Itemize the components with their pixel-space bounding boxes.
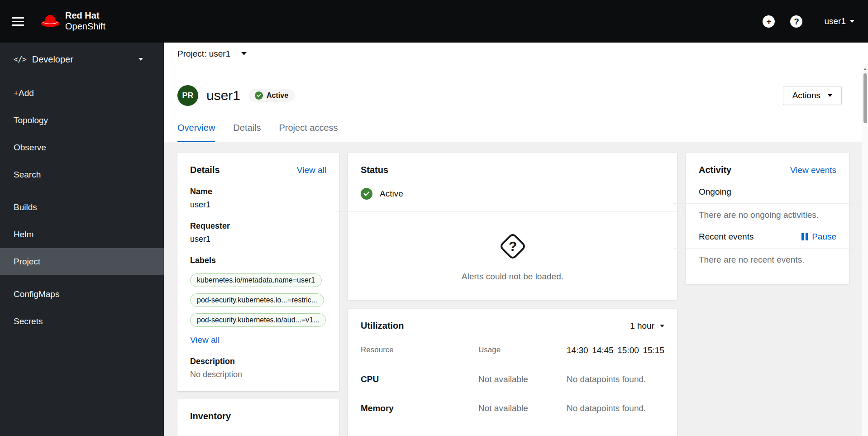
inventory-card: Inventory 0 Deployments <box>177 399 339 436</box>
time-axis: 14:30 14:45 15:00 15:15 <box>567 345 664 355</box>
vertical-scrollbar[interactable]: ▲ <box>862 65 868 436</box>
tab-project-access[interactable]: Project access <box>279 115 338 142</box>
usage-column-header: Usage <box>478 345 567 355</box>
labels-field: Labels kubernetes.io/metadata.name=user1… <box>190 256 326 345</box>
sidebar-item-secrets[interactable]: Secrets <box>0 308 164 335</box>
project-selector-label: Project: user1 <box>177 49 230 59</box>
divider <box>673 203 862 204</box>
tab-bar: Overview Details Project access <box>164 115 868 142</box>
perspective-switcher[interactable]: </> Developer <box>0 43 164 76</box>
brand-text: Red Hat OpenShift <box>65 10 105 32</box>
tab-overview[interactable]: Overview <box>177 115 215 142</box>
scrollbar-thumb[interactable] <box>863 73 867 123</box>
chevron-down-icon <box>138 58 143 61</box>
code-icon: </> <box>14 55 26 64</box>
project-badge: PR <box>177 85 198 106</box>
details-card: Details View all Name user1 Requester us… <box>177 153 339 391</box>
recent-events-section-header: Recent events Pause <box>699 232 836 242</box>
inventory-card-title: Inventory <box>190 411 231 421</box>
actions-button[interactable]: Actions <box>783 86 842 105</box>
chevron-down-icon <box>828 94 832 97</box>
add-icon[interactable]: + <box>763 15 775 28</box>
activity-card: Activity View events Ongoing There are n… <box>686 153 849 284</box>
project-selector[interactable]: Project: user1 <box>164 43 868 65</box>
duration-dropdown[interactable]: 1 hour <box>630 321 664 331</box>
brand-logo[interactable]: Red Hat OpenShift <box>41 10 105 32</box>
view-events-link[interactable]: View events <box>790 165 836 175</box>
chevron-down-icon <box>660 325 664 327</box>
sidebar-item-topology[interactable]: Topology <box>0 107 164 134</box>
activity-card-title: Activity <box>699 165 731 175</box>
sidebar-item-builds[interactable]: Builds <box>0 194 164 221</box>
alerts-section: ? Alerts could not be loaded. <box>348 212 677 300</box>
help-icon[interactable]: ? <box>790 15 802 28</box>
page-header: PR user1 Active Actions <box>164 65 868 106</box>
tab-details[interactable]: Details <box>233 115 261 142</box>
details-view-all-link[interactable]: View all <box>297 165 326 175</box>
pause-events-button[interactable]: Pause <box>801 232 836 242</box>
unknown-alert-icon: ? <box>498 232 526 260</box>
username: user1 <box>824 16 846 26</box>
project-status: Active <box>361 188 664 200</box>
sidebar-item-observe[interactable]: Observe <box>0 134 164 161</box>
hamburger-icon <box>12 17 24 26</box>
nav-toggle-button[interactable] <box>0 17 35 26</box>
utilization-card-title: Utilization <box>361 321 404 331</box>
labels-view-all-link[interactable]: View all <box>190 335 326 345</box>
label-chip[interactable]: pod-security.kubernetes.io...=restric... <box>190 293 324 307</box>
chevron-down-icon <box>241 52 247 55</box>
overview-dashboard: Details View all Name user1 Requester us… <box>164 142 868 436</box>
status-badge: Active <box>248 89 295 102</box>
sidebar-item-search[interactable]: Search <box>0 161 164 188</box>
scroll-up-arrow-icon[interactable]: ▲ <box>862 65 868 72</box>
sidebar-item-add[interactable]: +Add <box>0 80 164 107</box>
resource-column-header: Resource <box>361 345 478 355</box>
main-content: Project: user1 PR user1 Active Actions O… <box>164 43 868 436</box>
ongoing-section-header: Ongoing <box>699 187 836 197</box>
divider <box>673 248 862 249</box>
ongoing-empty-message: There are no ongoing activities. <box>699 210 836 220</box>
alerts-empty-message: Alerts could not be loaded. <box>462 272 563 282</box>
check-circle-icon <box>361 188 372 200</box>
utilization-header-row: Resource Usage 14:30 14:45 15:00 15:15 <box>361 345 664 355</box>
masthead: Red Hat OpenShift + ? user1 <box>0 0 868 43</box>
sidebar-nav: </> Developer +Add Topology Observe Sear… <box>0 43 164 436</box>
sidebar-item-helm[interactable]: Helm <box>0 221 164 248</box>
details-card-title: Details <box>190 165 220 175</box>
recent-events-empty-message: There are no recent events. <box>699 255 836 265</box>
nav-group-2: Builds Helm Project <box>0 194 164 275</box>
label-chip[interactable]: kubernetes.io/metadata.name=user1 <box>190 273 322 287</box>
sidebar-item-configmaps[interactable]: ConfigMaps <box>0 281 164 308</box>
label-chip[interactable]: pod-security.kubernetes.io/aud...=v1... <box>190 313 326 327</box>
pause-icon <box>801 233 808 240</box>
nav-group-1: +Add Topology Observe Search <box>0 80 164 188</box>
name-field: Name user1 <box>190 187 326 210</box>
utilization-card: Utilization 1 hour Resource Usage 14:30 … <box>348 309 677 436</box>
sidebar-item-project[interactable]: Project <box>0 248 164 275</box>
description-field: Description No description <box>190 357 326 379</box>
brand-line1: Red Hat <box>65 10 105 21</box>
user-menu[interactable]: user1 <box>824 16 854 26</box>
nav-group-3: ConfigMaps Secrets <box>0 281 164 335</box>
redhat-hat-icon <box>41 14 60 29</box>
perspective-label: Developer <box>32 54 73 65</box>
requester-field: Requester user1 <box>190 221 326 244</box>
page-title: user1 <box>206 88 240 103</box>
utilization-row-cpu: CPU Not available No datapoints found. <box>361 374 664 384</box>
utilization-row-memory: Memory Not available No datapoints found… <box>361 403 664 413</box>
chevron-down-icon <box>850 20 854 23</box>
brand-line2: OpenShift <box>65 21 105 32</box>
status-card-title: Status <box>361 165 388 175</box>
status-card: Status Active ? Alerts could not be load… <box>348 153 677 300</box>
check-circle-icon <box>255 91 263 100</box>
